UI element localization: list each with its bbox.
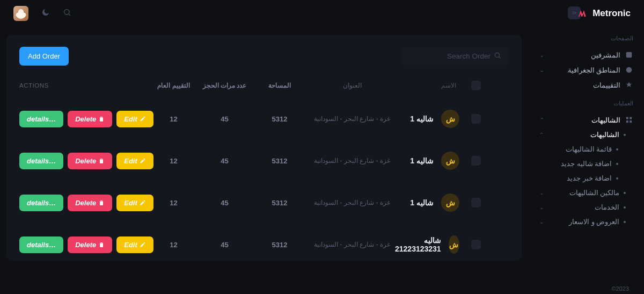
svg-point-8 [495,53,499,57]
cell-bookings: 45 [199,157,250,165]
cell-address: غزة - شارع البحر - السودانية [309,115,395,123]
chevron-down-icon: ⌄ [539,67,544,74]
delete-button[interactable]: Delete [68,195,112,211]
details-button[interactable]: details… [19,111,63,127]
sidebar-item-regions[interactable]: المناطق الجغرافية ⌄ [539,62,633,77]
sidebar-leaf-add-chalet[interactable]: اضافة شاليه جديد [539,156,618,171]
bullet-icon [624,192,626,194]
sidebar-item-label: مالكين الشاليهات [569,189,619,197]
cell-address: غزة - شارع البحر - السودانية [309,157,395,164]
row-checkbox[interactable] [471,198,481,207]
orders-table: ACTIONS التقييم العام عدد مرات الحجز الم… [19,81,509,266]
bullet-icon [616,177,618,180]
svg-line-9 [499,57,501,59]
brand: Metronic [577,0,631,27]
orders-card: Add Order ACTIONS التقييم العام عدد مرات… [6,35,522,261]
cell-rating: 12 [148,115,199,123]
name-badge: ش [441,152,459,170]
delete-button[interactable]: Delete [68,111,112,127]
table-row: details…DeleteEdit12455312غزة - شارع الب… [19,182,509,224]
svg-rect-2 [626,52,632,58]
select-all-checkbox[interactable] [471,81,481,90]
details-button[interactable]: details… [19,195,63,211]
details-button[interactable]: details… [19,153,63,169]
footer: ©2023 [0,283,644,294]
search-icon[interactable] [63,8,71,19]
sidebar-item-label: اضافة شاليه جديد [561,160,612,168]
chevron-down-icon: ⌄ [539,52,544,59]
bullet-icon [616,148,618,150]
bullet-icon [616,163,618,165]
sidebar: الصفحات المشرفين ⌄ المناطق الجغرافية ⌄ ا… [534,27,644,283]
search-input[interactable] [410,52,491,60]
search-icon [494,52,501,61]
sidebar-subitem-offers[interactable]: العروض و الاسعار ⌄ [539,214,626,229]
delete-button[interactable]: Delete [68,236,112,253]
table-row: details…DeleteEdit12455312غزة - شارع الب… [19,98,509,140]
sidebar-subitem-services[interactable]: الخدمات ⌄ [539,200,626,214]
cell-name: شاليه 1ش [395,110,459,128]
cell-name: شاليه 1ش [395,152,459,170]
avatar[interactable] [13,6,28,21]
cell-bookings: 45 [199,199,250,207]
sidebar-item-label: الخدمات [595,203,619,211]
col-header: عدد مرات الحجز [199,82,250,89]
cell-rating: 12 [148,199,199,207]
chevron-down-icon: ⌄ [539,190,544,196]
svg-rect-5 [630,117,632,119]
sidebar-leaf-add-news[interactable]: اضافة خبر جديد [539,171,618,185]
search-order-field[interactable] [401,47,509,65]
sidebar-item-label: المشرفين [591,51,620,59]
col-actions-header: ACTIONS [19,82,148,89]
cell-bookings: 45 [199,115,250,123]
svg-rect-4 [626,117,628,119]
name-badge: ش [441,193,459,212]
cell-area: 5312 [250,157,309,165]
sidebar-item-supervisors[interactable]: المشرفين ⌄ [539,47,633,62]
col-header: الاسم [395,82,459,89]
sidebar-section-title: العمليات [539,100,633,107]
svg-point-3 [626,67,632,73]
sidebar-section-title: الصفحات [539,35,633,42]
sidebar-leaf-list[interactable]: قائمة الشاليهات [539,142,618,156]
table-header: ACTIONS التقييم العام عدد مرات الحجز الم… [19,81,509,98]
name-badge: ش [441,110,459,128]
add-order-button[interactable]: Add Order [19,47,69,66]
table-row: details…DeleteEdit12455312غزة - شارع الب… [19,224,509,266]
details-button[interactable]: details… [19,236,63,253]
cell-area: 5312 [250,241,309,249]
cell-bookings: 45 [199,241,250,249]
row-checkbox[interactable] [471,114,481,124]
svg-point-0 [64,10,69,15]
cell-rating: 12 [148,241,199,249]
sidebar-item-label: العروض و الاسعار [569,218,619,226]
theme-toggle-icon[interactable] [41,8,50,19]
cell-address: غزة - شارع البحر - السودانية [309,241,395,248]
grid-icon [625,116,633,124]
sidebar-item-ratings[interactable]: التقييمات [539,77,633,92]
row-checkbox[interactable] [471,156,481,166]
col-header: العنوان [309,82,395,89]
svg-line-1 [69,14,70,16]
svg-rect-7 [630,120,632,123]
sidebar-item-label: التقييمات [593,81,620,89]
sidebar-subitem-owners[interactable]: مالكين الشاليهات ⌄ [539,185,626,200]
sidebar-item-chalets[interactable]: الشاليهات ⌃ [539,112,633,127]
cell-name: شاليه 21223123231ش [395,235,459,254]
bullet-icon [624,134,626,136]
brand-logo-icon [577,9,587,18]
col-header: المساحة [250,82,309,89]
users-icon [625,51,633,59]
star-icon [625,81,633,89]
row-checkbox[interactable] [471,240,481,249]
svg-rect-6 [626,120,628,123]
delete-button[interactable]: Delete [68,153,112,169]
chevron-down-icon: ⌄ [539,219,544,225]
sidebar-item-label: المناطق الجغرافية [568,66,620,74]
brand-name: Metronic [592,8,631,19]
cell-rating: 12 [148,157,199,165]
sidebar-item-label: اضافة خبر جديد [567,174,612,182]
sidebar-subitem-chalets[interactable]: الشاليهات ⌃ [539,127,626,142]
bullet-icon [624,221,626,223]
cell-area: 5312 [250,199,309,207]
